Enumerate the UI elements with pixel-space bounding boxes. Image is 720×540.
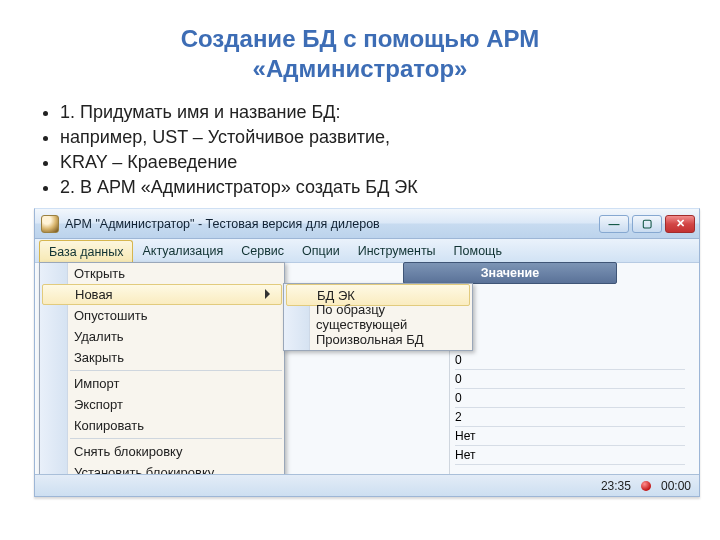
menu-item-export[interactable]: Экспорт bbox=[40, 394, 284, 415]
minimize-button[interactable]: — bbox=[599, 215, 629, 233]
menu-help[interactable]: Помощь bbox=[445, 239, 511, 262]
menu-service[interactable]: Сервис bbox=[232, 239, 293, 262]
bullet-item: 2. В АРМ «Администратор» создать БД ЭК bbox=[60, 177, 682, 198]
close-button[interactable]: ✕ bbox=[665, 215, 695, 233]
maximize-button[interactable]: ▢ bbox=[632, 215, 662, 233]
menu-item-import[interactable]: Импорт bbox=[40, 373, 284, 394]
menu-item-open[interactable]: Открыть bbox=[40, 263, 284, 284]
status-bar: 23:35 00:00 bbox=[35, 474, 699, 496]
status-audio: 00:00 bbox=[661, 479, 691, 493]
value-cell: Нет bbox=[455, 427, 685, 446]
menu-bar: База данных Актуализация Сервис Опции Ин… bbox=[35, 239, 699, 263]
status-time: 23:35 bbox=[601, 479, 631, 493]
value-cell: 0 bbox=[455, 370, 685, 389]
submenu-item-template[interactable]: По образцу существующей bbox=[284, 306, 472, 328]
new-submenu: БД ЭК По образцу существующей Произвольн… bbox=[283, 283, 473, 351]
value-cell: 0 bbox=[455, 351, 685, 370]
submenu-item-custom[interactable]: Произвольная БД bbox=[284, 328, 472, 350]
submenu-arrow-icon bbox=[265, 289, 275, 299]
menu-item-delete[interactable]: Удалить bbox=[40, 326, 284, 347]
window-titlebar[interactable]: АРМ "Администратор" - Тестовая версия дл… bbox=[35, 209, 699, 239]
bullet-list: 1. Придумать имя и название БД: например… bbox=[38, 102, 682, 198]
menu-item-empty[interactable]: Опустошить bbox=[40, 305, 284, 326]
menu-database[interactable]: База данных bbox=[39, 240, 133, 262]
menu-tools[interactable]: Инструменты bbox=[349, 239, 445, 262]
window-title: АРМ "Администратор" - Тестовая версия дл… bbox=[65, 217, 380, 231]
database-dropdown: Открыть Новая Опустошить Удалить Закрыть… bbox=[39, 262, 285, 486]
menu-item-copy[interactable]: Копировать bbox=[40, 415, 284, 436]
bullet-item: например, UST – Устойчивое развитие, bbox=[60, 127, 682, 148]
record-icon bbox=[641, 481, 651, 491]
bullet-item: KRAY – Краеведение bbox=[60, 152, 682, 173]
app-icon bbox=[41, 215, 59, 233]
menu-options[interactable]: Опции bbox=[293, 239, 349, 262]
menu-item-new[interactable]: Новая bbox=[42, 284, 282, 305]
column-header-value: Значение bbox=[403, 262, 617, 284]
menu-item-close[interactable]: Закрыть bbox=[40, 347, 284, 368]
bullet-item: 1. Придумать имя и название БД: bbox=[60, 102, 682, 123]
slide-title: Создание БД с помощью АРМ «Администратор… bbox=[38, 24, 682, 84]
menu-separator bbox=[70, 370, 282, 371]
menu-separator bbox=[70, 438, 282, 439]
menu-actualization[interactable]: Актуализация bbox=[133, 239, 232, 262]
value-cell: Нет bbox=[455, 446, 685, 465]
value-cell: 2 bbox=[455, 408, 685, 427]
app-window: АРМ "Администратор" - Тестовая версия дл… bbox=[34, 208, 700, 497]
menu-item-unlock[interactable]: Снять блокировку bbox=[40, 441, 284, 462]
value-cell: 0 bbox=[455, 389, 685, 408]
